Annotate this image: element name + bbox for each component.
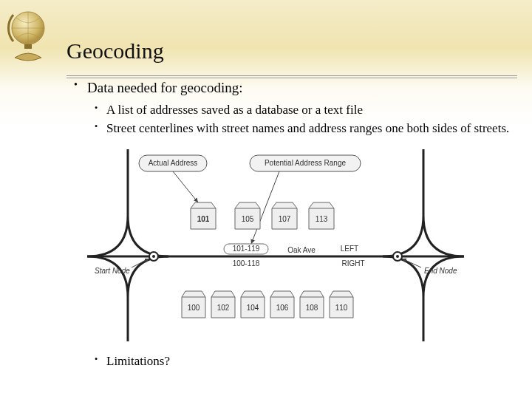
- leader-start: [132, 259, 149, 267]
- bullet-main: Data needed for geocoding:: [74, 78, 510, 98]
- house-actual-num: 101: [197, 215, 210, 223]
- start-node-dot: [152, 255, 155, 258]
- start-node-label: Start Node: [95, 267, 130, 275]
- svg-text:106: 106: [276, 304, 289, 312]
- house-actual: 101: [191, 202, 216, 229]
- svg-rect-1: [24, 44, 32, 49]
- house-top-2: 107: [272, 202, 297, 229]
- slide-title: Geocoding: [66, 38, 164, 64]
- house-bottom-4: 106: [270, 291, 294, 318]
- slide-body: Data needed for geocoding: A list of add…: [74, 75, 510, 372]
- bottom-houses: 100 102 104 106 108 110: [182, 291, 353, 318]
- svg-text:102: 102: [217, 304, 230, 312]
- house-top-1: 105: [235, 202, 260, 229]
- house-top-3-num: 113: [316, 215, 328, 223]
- label-potential-range: Potential Address Range: [265, 159, 347, 167]
- label-actual-address: Actual Address: [149, 159, 198, 167]
- bullet-sub-1: A list of addresses saved as a database …: [95, 102, 510, 119]
- house-top-3: 113: [309, 202, 334, 229]
- svg-text:100: 100: [188, 304, 200, 312]
- end-node-dot: [396, 255, 399, 258]
- globe-icon: [4, 6, 55, 72]
- range-bottom-text: 100-118: [233, 259, 260, 267]
- end-node-label: End Node: [424, 267, 457, 275]
- house-bottom-2: 102: [211, 291, 235, 318]
- bullet-sub-2: Street centerlines with street names and…: [95, 120, 510, 137]
- house-bottom-5: 108: [300, 291, 324, 318]
- house-top-1-num: 105: [242, 215, 254, 223]
- geocoding-diagram: Actual Address Potential Address Range 1…: [87, 149, 464, 341]
- street-name-text: Oak Ave: [287, 246, 316, 254]
- slide: Geocoding Data needed for geocoding: A l…: [0, 0, 532, 399]
- svg-text:108: 108: [306, 304, 318, 312]
- bullet-sub-3: Limitations?: [95, 353, 510, 370]
- svg-text:110: 110: [335, 304, 348, 312]
- left-label: LEFT: [341, 245, 358, 253]
- house-bottom-6: 110: [330, 291, 353, 318]
- right-label: RIGHT: [341, 259, 364, 267]
- svg-text:104: 104: [247, 304, 259, 312]
- house-bottom-3: 104: [241, 291, 265, 318]
- range-top-text: 101-119: [233, 245, 260, 253]
- arrow-actual: [173, 171, 198, 202]
- house-top-2-num: 107: [279, 215, 291, 223]
- house-bottom-1: 100: [182, 291, 205, 318]
